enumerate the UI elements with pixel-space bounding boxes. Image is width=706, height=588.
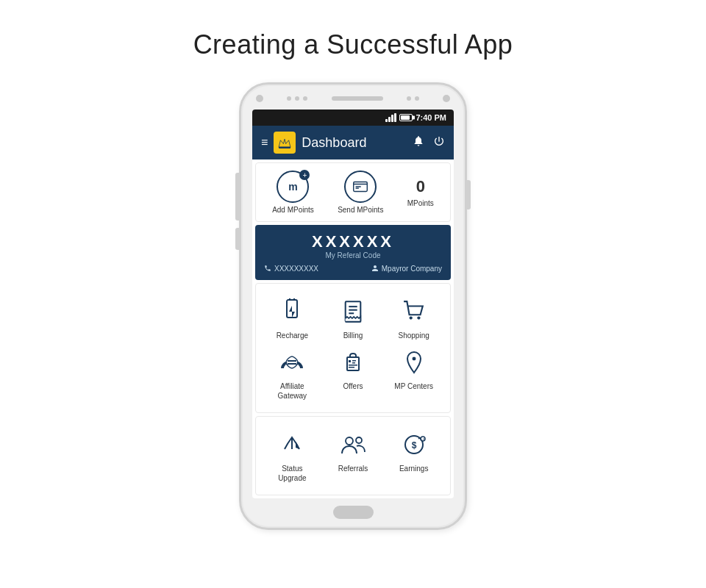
status-time: 7:40 PM xyxy=(416,113,446,122)
svg-point-26 xyxy=(356,437,362,443)
add-mpoints-icon: m + xyxy=(277,171,309,203)
svg-marker-0 xyxy=(279,139,290,147)
menu-icon[interactable]: ≡ xyxy=(261,136,268,149)
header-title: Dashboard xyxy=(302,135,407,151)
svg-rect-20 xyxy=(352,360,356,362)
svg-point-15 xyxy=(417,316,420,319)
billing-label: Billing xyxy=(343,331,363,340)
svg-rect-18 xyxy=(347,357,359,370)
affiliate-label: Affiliate Gateway xyxy=(278,381,307,401)
referrals-icon-wrap xyxy=(337,429,369,461)
offers-label: Offers xyxy=(343,381,363,391)
recharge-label: Recharge xyxy=(277,331,308,340)
menu-item-mpcenters[interactable]: MP Centers xyxy=(386,346,441,401)
menu-item-recharge[interactable]: Recharge xyxy=(265,295,320,340)
menu-grid: Recharge Billi xyxy=(260,291,446,405)
svg-text:↺: ↺ xyxy=(421,437,424,442)
add-mpoints-label: Add MPoints xyxy=(272,206,314,214)
billing-icon-wrap xyxy=(337,295,369,328)
svg-rect-21 xyxy=(352,362,355,364)
menu-item-affiliate[interactable]: Affiliate Gateway xyxy=(265,346,320,401)
vol-up-button[interactable] xyxy=(235,198,240,220)
referral-label: My Referal Code xyxy=(264,251,442,259)
referral-info-row: XXXXXXXXX Mpayror Company xyxy=(264,264,442,273)
svg-rect-1 xyxy=(279,147,290,148)
header-icons xyxy=(413,135,445,150)
phone-camera xyxy=(256,95,263,102)
menu-item-status-upgrade[interactable]: Status Upgrade xyxy=(265,429,320,483)
mpcenters-label: MP Centers xyxy=(394,381,433,391)
status-icons: 7:40 PM xyxy=(385,113,446,122)
menu-item-referrals[interactable]: Referrals xyxy=(326,429,381,483)
recharge-icon-wrap xyxy=(276,295,308,328)
mpoints-value: 0 xyxy=(416,177,425,196)
shopping-label: Shopping xyxy=(399,331,429,340)
phone-sensor xyxy=(443,95,450,102)
affiliate-icon-wrap xyxy=(276,346,308,379)
menu-item-earnings[interactable]: $ ↺ Earnings xyxy=(386,429,441,483)
phone-screen: 7:40 PM ≡ Dashboard xyxy=(252,110,454,498)
referrals-label: Referrals xyxy=(338,464,368,473)
svg-text:$: $ xyxy=(411,440,416,451)
status-upgrade-label: Status Upgrade xyxy=(278,464,306,483)
svg-rect-23 xyxy=(349,367,354,368)
app-logo xyxy=(274,132,296,154)
phone-extra-dots xyxy=(407,96,419,101)
referral-section: XXXXXX My Referal Code XXXXXXXXX Mpayror… xyxy=(255,225,451,280)
send-mpoints-item[interactable]: Send MPoints xyxy=(338,171,383,214)
earnings-label: Earnings xyxy=(399,464,428,473)
svg-point-24 xyxy=(412,356,416,361)
signal-icon xyxy=(385,113,396,122)
phone-shell: 7:40 PM ≡ Dashboard xyxy=(239,82,467,530)
send-mpoints-label: Send MPoints xyxy=(338,206,383,214)
menu-section-1: Recharge Billi xyxy=(255,283,451,413)
referral-company: Mpayror Company xyxy=(371,264,442,273)
bottom-menu-grid: Status Upgrade Referrals xyxy=(260,424,446,487)
svg-marker-9 xyxy=(289,306,295,318)
menu-item-billing[interactable]: Billing xyxy=(326,295,381,340)
shopping-icon-wrap xyxy=(398,295,430,328)
phone-speaker-dots xyxy=(287,96,307,101)
app-header: ≡ Dashboard xyxy=(252,126,454,159)
earnings-icon-wrap: $ ↺ xyxy=(398,429,430,461)
send-mpoints-icon xyxy=(344,171,377,203)
mpoints-row: m + Add MPoints xyxy=(260,171,446,214)
battery-icon xyxy=(399,114,413,121)
phone-speaker xyxy=(332,96,383,101)
mpoints-balance-label: MPoints xyxy=(407,199,434,207)
mpoints-balance-item: 0 MPoints xyxy=(407,177,434,207)
svg-point-14 xyxy=(409,316,412,319)
bottom-menu-section: Status Upgrade Referrals xyxy=(255,416,451,495)
menu-item-shopping[interactable]: Shopping xyxy=(386,295,441,340)
notification-icon[interactable] xyxy=(413,135,424,150)
page-container: Creating a Successful App xyxy=(0,0,706,530)
svg-rect-19 xyxy=(349,360,351,362)
power-icon[interactable] xyxy=(433,135,445,150)
svg-point-25 xyxy=(346,437,353,445)
referral-code: XXXXXX xyxy=(264,232,442,251)
add-mpoints-item[interactable]: m + Add MPoints xyxy=(272,171,314,214)
vol-down-button[interactable] xyxy=(235,228,240,250)
home-button[interactable] xyxy=(333,506,374,519)
svg-rect-22 xyxy=(349,365,357,366)
status-bar: 7:40 PM xyxy=(252,110,454,126)
phone-top-bar xyxy=(241,85,465,110)
page-title: Creating a Successful App xyxy=(193,29,513,60)
mpcenters-icon-wrap xyxy=(398,346,430,379)
referral-phone: XXXXXXXXX xyxy=(264,264,318,273)
status-upgrade-icon-wrap xyxy=(276,429,308,461)
offers-icon-wrap xyxy=(337,346,369,379)
menu-item-offers[interactable]: Offers xyxy=(326,346,381,401)
mpoints-section: m + Add MPoints xyxy=(255,162,451,222)
